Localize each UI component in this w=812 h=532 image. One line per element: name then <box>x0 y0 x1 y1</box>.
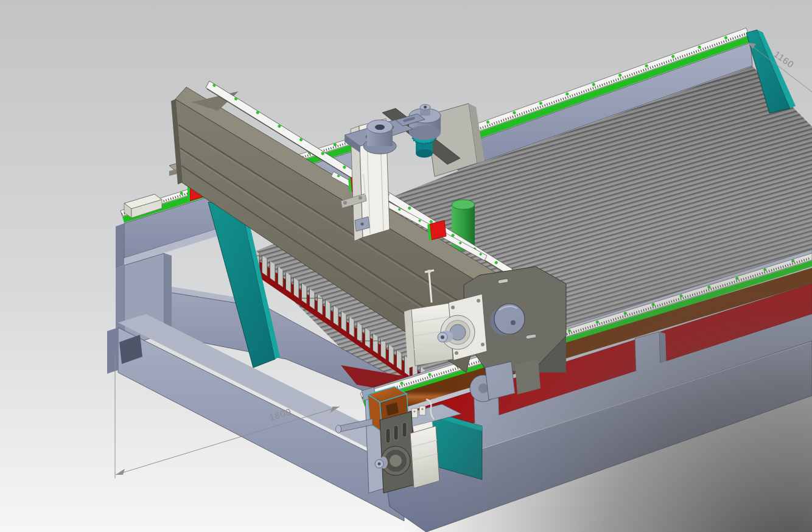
floor-shadow <box>0 0 812 532</box>
cad-viewport[interactable]: 1160 1800 <box>0 0 812 532</box>
